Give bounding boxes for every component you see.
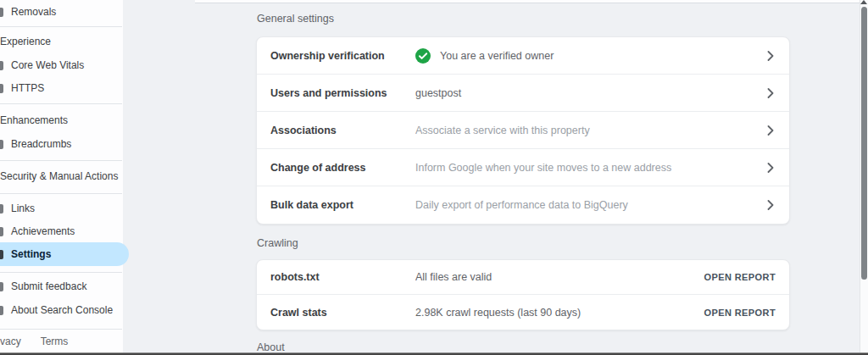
scrollbar-up-arrow-icon[interactable]: [860, 0, 867, 4]
sidebar-item-label: Breadcrumbs: [11, 138, 71, 150]
sidebar-item-label: Core Web Vitals: [11, 59, 84, 71]
sidebar-item-security-manual-actions[interactable]: Security & Manual Actions: [0, 165, 129, 187]
bulk-data-export-row[interactable]: Bulk data export Daily export of perform…: [257, 186, 789, 224]
privacy-link[interactable]: vacy: [0, 336, 21, 347]
row-value-text: 2.98K crawl requests (last 90 days): [415, 307, 581, 319]
row-label: Ownership verification: [257, 50, 415, 62]
row-value-text: You are a verified owner: [440, 50, 554, 62]
sidebar-divider: [0, 329, 122, 330]
chevron-right-icon: [767, 51, 789, 61]
ownership-verification-row[interactable]: Ownership verification You are a verifie…: [257, 37, 789, 75]
sidebar-item-label: About Search Console: [11, 304, 113, 316]
sidebar-divider: [0, 103, 122, 104]
row-label: Change of address: [257, 162, 415, 174]
sidebar-footer: vacy Terms: [0, 332, 68, 351]
row-label: Bulk data export: [257, 199, 415, 211]
sidebar-item-label: Links: [11, 202, 35, 214]
sidebar-divider: [0, 193, 122, 194]
sidebar-item-links[interactable]: Links: [0, 197, 129, 220]
sidebar-item-https[interactable]: HTTPS: [0, 76, 129, 100]
row-label: Users and permissions: [257, 87, 415, 99]
sidebar-item-core-web-vitals[interactable]: Core Web Vitals: [0, 53, 129, 77]
row-value-text: Associate a service with this property: [415, 125, 590, 136]
change-of-address-row[interactable]: Change of address Inform Google when you…: [257, 149, 789, 186]
sidebar-header-enhancements: Enhancements: [0, 109, 129, 131]
chevron-right-icon: [767, 200, 789, 210]
header-divider: [195, 0, 860, 3]
users-permissions-row[interactable]: Users and permissions guestpost: [257, 75, 789, 112]
info-icon: [0, 306, 3, 315]
about-heading: About: [257, 341, 285, 353]
associations-row[interactable]: Associations Associate a service with th…: [257, 112, 789, 149]
breadcrumbs-icon: [0, 140, 3, 149]
crawl-stats-row[interactable]: Crawl stats 2.98K crawl requests (last 9…: [257, 295, 789, 330]
sidebar-item-submit-feedback[interactable]: Submit feedback: [0, 275, 129, 298]
sidebar-item-removals[interactable]: Removals: [0, 0, 129, 24]
sidebar-divider: [0, 272, 122, 273]
sidebar-divider: [0, 26, 122, 27]
sidebar-header-label: Enhancements: [0, 114, 68, 126]
feedback-icon: [0, 282, 3, 291]
achievements-icon: [0, 227, 3, 236]
removals-icon: [0, 8, 3, 17]
row-value-text: Daily export of performance data to BigQ…: [415, 199, 628, 211]
sidebar-item-label: Security & Manual Actions: [0, 170, 118, 182]
links-icon: [0, 204, 3, 214]
sidebar-item-label: Settings: [11, 248, 51, 260]
settings-content: General settings Ownership verification …: [123, 0, 868, 355]
crawling-card: robots.txt All files are valid OPEN REPO…: [256, 259, 790, 330]
sidebar-item-achievements[interactable]: Achievements: [0, 219, 129, 243]
settings-gear-icon: [0, 250, 3, 259]
sidebar-item-label: HTTPS: [11, 82, 44, 94]
general-settings-card: Ownership verification You are a verifie…: [256, 36, 790, 225]
sidebar-header-label: Experience: [0, 36, 51, 47]
scrollbar-track[interactable]: [860, 0, 868, 355]
sidebar-item-about-search-console[interactable]: About Search Console: [0, 298, 129, 322]
verified-check-icon: [415, 48, 431, 64]
crawling-heading: Crawling: [257, 237, 298, 249]
chevron-right-icon: [767, 88, 789, 98]
sidebar-divider: [0, 160, 122, 161]
general-settings-heading: General settings: [257, 13, 334, 25]
https-icon: [0, 84, 3, 93]
robots-txt-row[interactable]: robots.txt All files are valid OPEN REPO…: [257, 260, 789, 295]
sidebar-item-label: Achievements: [11, 225, 75, 237]
sidebar-header-experience: Experience: [0, 31, 129, 53]
row-label: Crawl stats: [257, 307, 415, 319]
scrollbar-thumb[interactable]: [861, 7, 867, 280]
sidebar-item-breadcrumbs[interactable]: Breadcrumbs: [0, 132, 129, 156]
chevron-right-icon: [767, 163, 789, 173]
sidebar-item-label: Removals: [11, 6, 56, 18]
chevron-right-icon: [767, 125, 789, 136]
open-report-link[interactable]: OPEN REPORT: [704, 308, 789, 318]
terms-link[interactable]: Terms: [41, 336, 69, 347]
sidebar: Removals Experience Core Web Vitals HTTP…: [0, 0, 123, 355]
sidebar-item-settings[interactable]: Settings: [0, 242, 129, 266]
open-report-link[interactable]: OPEN REPORT: [704, 272, 789, 282]
row-value-text: All files are valid: [415, 271, 492, 283]
sidebar-item-label: Submit feedback: [11, 280, 86, 292]
row-label: robots.txt: [257, 271, 415, 283]
row-value-text: guestpost: [415, 87, 461, 99]
row-value-text: Inform Google when your site moves to a …: [415, 162, 671, 174]
core-web-vitals-icon: [0, 61, 3, 70]
row-label: Associations: [257, 125, 415, 136]
